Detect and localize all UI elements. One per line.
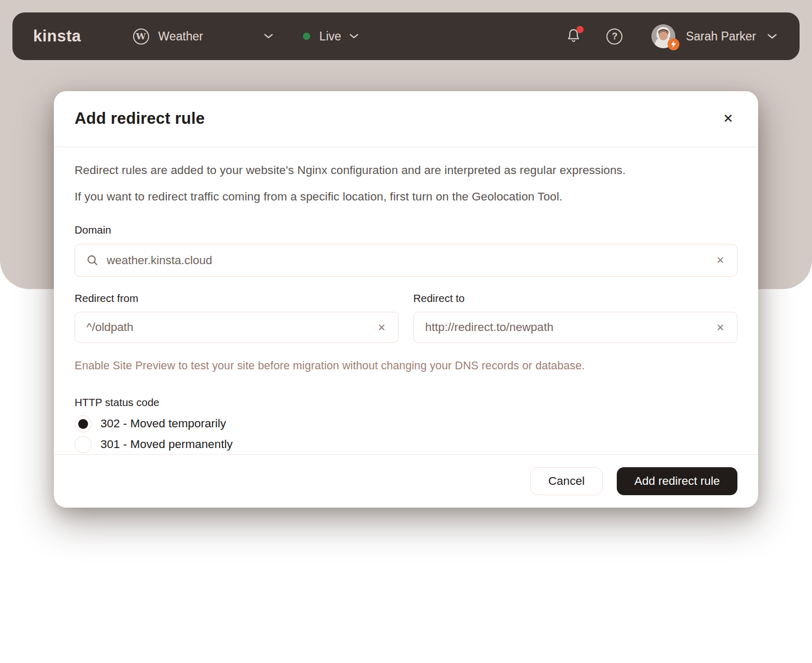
radio-option-label: 301 - Moved permanently <box>100 438 233 451</box>
modal-header: Add redirect rule ✕ <box>54 91 758 147</box>
domain-label: Domain <box>75 224 737 236</box>
modal-body: Redirect rules are added to your website… <box>54 147 758 454</box>
live-status-dot-icon <box>303 33 310 40</box>
redirect-from-input-box: ✕ <box>75 312 399 343</box>
close-icon[interactable]: ✕ <box>721 110 735 127</box>
modal-footer: Cancel Add redirect rule <box>54 454 758 508</box>
clear-domain-icon[interactable]: ✕ <box>715 254 726 266</box>
modal-title: Add redirect rule <box>75 109 205 128</box>
search-icon <box>86 254 98 266</box>
site-selector-dropdown[interactable]: W Weather <box>133 28 273 45</box>
redirect-to-label: Redirect to <box>413 292 737 305</box>
radio-button-icon[interactable] <box>75 415 92 433</box>
radio-button-icon[interactable] <box>75 436 92 453</box>
chevron-down-icon <box>350 34 358 39</box>
modal-description-1: Redirect rules are added to your website… <box>75 163 737 178</box>
help-button[interactable]: ? <box>606 28 622 45</box>
lightning-badge-icon <box>668 38 679 50</box>
clear-redirect-from-icon[interactable]: ✕ <box>376 322 387 334</box>
redirect-from-label: Redirect from <box>75 292 399 305</box>
redirect-to-field: Redirect to ✕ <box>413 292 737 343</box>
user-name[interactable]: Sarah Parker <box>686 30 756 44</box>
add-redirect-rule-button[interactable]: Add redirect rule <box>617 467 737 495</box>
http-status-code-label: HTTP status code <box>75 396 737 409</box>
redirect-from-field: Redirect from ✕ <box>75 292 399 343</box>
environment-dropdown[interactable]: Live <box>303 30 358 44</box>
add-redirect-rule-modal: Add redirect rule ✕ Redirect rules are a… <box>54 91 758 508</box>
redirect-to-input-box: ✕ <box>413 312 737 343</box>
radio-option-label: 302 - Moved temporarily <box>100 417 226 430</box>
site-selector-label: Weather <box>158 30 264 44</box>
chevron-down-icon[interactable] <box>767 34 777 39</box>
redirect-fields-row: Redirect from ✕ Redirect to ✕ <box>75 292 737 343</box>
modal-description-2: If you want to redirect traffic coming f… <box>75 189 737 205</box>
site-preview-helper-text: Enable Site Preview to test your site be… <box>75 359 737 372</box>
environment-label: Live <box>320 30 341 44</box>
chevron-down-icon <box>264 34 273 39</box>
http-status-radio-group: 302 - Moved temporarily 301 - Moved perm… <box>75 414 737 454</box>
wordpress-icon: W <box>133 28 149 45</box>
cancel-button[interactable]: Cancel <box>530 467 603 495</box>
domain-input[interactable] <box>107 254 715 267</box>
radio-option-302[interactable]: 302 - Moved temporarily <box>75 414 737 434</box>
notification-badge <box>576 26 584 33</box>
topbar: kinsta W Weather Live ? <box>12 12 800 60</box>
radio-option-301[interactable]: 301 - Moved permanently <box>75 435 737 454</box>
redirect-from-input[interactable] <box>86 321 376 334</box>
kinsta-logo[interactable]: kinsta <box>33 27 81 46</box>
redirect-to-input[interactable] <box>425 321 715 334</box>
clear-redirect-to-icon[interactable]: ✕ <box>715 322 726 334</box>
user-avatar[interactable] <box>651 24 675 48</box>
question-icon: ? <box>612 31 617 42</box>
notifications-button[interactable] <box>567 28 581 45</box>
domain-input-box: ✕ <box>75 244 737 277</box>
